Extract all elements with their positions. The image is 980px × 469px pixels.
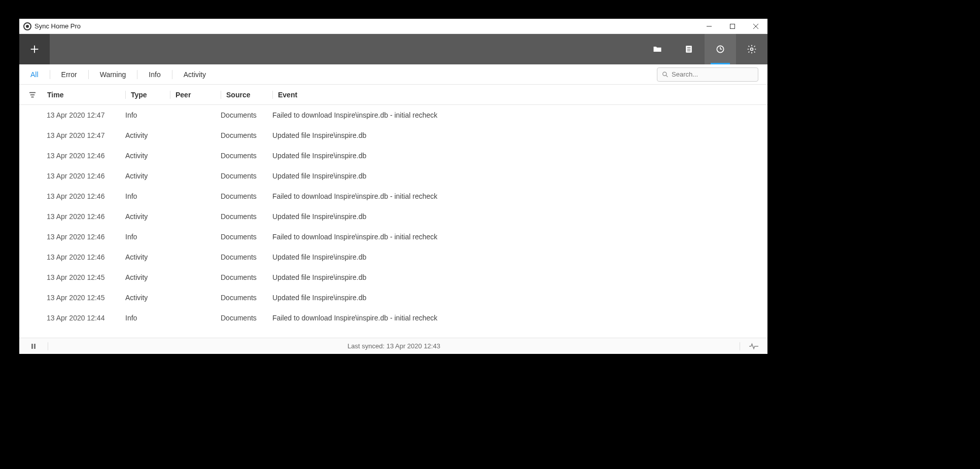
- app-icon: [23, 22, 31, 30]
- cell-source: Documents: [221, 192, 272, 200]
- cell-source: Documents: [221, 314, 272, 322]
- cell-event: Updated file Inspire\inspire.db: [272, 152, 767, 160]
- devices-button[interactable]: [673, 34, 705, 64]
- cell-event: Updated file Inspire\inspire.db: [272, 131, 767, 139]
- cell-time: 13 Apr 2020 12:44: [47, 314, 125, 322]
- cell-time: 13 Apr 2020 12:46: [47, 172, 125, 180]
- cell-time: 13 Apr 2020 12:46: [47, 233, 125, 241]
- clock-icon: [715, 44, 725, 54]
- column-header-time[interactable]: Time: [47, 91, 125, 99]
- status-divider: [740, 342, 740, 350]
- table-row[interactable]: 13 Apr 2020 12:46ActivityDocumentsUpdate…: [19, 146, 767, 166]
- column-header-peer[interactable]: Peer: [170, 91, 221, 99]
- window-controls: [697, 19, 767, 34]
- table-row[interactable]: 13 Apr 2020 12:46ActivityDocumentsUpdate…: [19, 166, 767, 186]
- list-icon: [684, 44, 694, 54]
- cell-type: Activity: [125, 253, 170, 261]
- cell-event: Updated file Inspire\inspire.db: [272, 273, 767, 281]
- search-wrap: [657, 67, 758, 82]
- close-icon: [753, 23, 759, 29]
- cell-source: Documents: [221, 294, 272, 302]
- toolbar: [19, 34, 767, 64]
- filter-tab-warning[interactable]: Warning: [98, 64, 128, 85]
- table-row[interactable]: 13 Apr 2020 12:46ActivityDocumentsUpdate…: [19, 247, 767, 267]
- status-bar: Last synced: 13 Apr 2020 12:43: [19, 338, 767, 354]
- cell-type: Info: [125, 314, 170, 322]
- cell-type: Activity: [125, 273, 170, 281]
- table-row[interactable]: 13 Apr 2020 12:47InfoDocumentsFailed to …: [19, 105, 767, 125]
- settings-button[interactable]: [736, 34, 767, 64]
- filter-tab-info[interactable]: Info: [147, 64, 162, 85]
- activity-indicator: [749, 342, 758, 351]
- add-button[interactable]: [19, 34, 50, 64]
- close-button[interactable]: [744, 19, 767, 34]
- folder-icon: [652, 44, 662, 54]
- filter-tab-all[interactable]: All: [28, 64, 41, 85]
- minimize-button[interactable]: [697, 19, 721, 34]
- filter-tab-error[interactable]: Error: [59, 64, 79, 85]
- cell-source: Documents: [221, 131, 272, 139]
- svg-rect-1: [730, 24, 735, 28]
- svg-point-13: [751, 48, 753, 51]
- filter-column-button[interactable]: [28, 91, 47, 98]
- cell-type: Info: [125, 192, 170, 200]
- table-row[interactable]: 13 Apr 2020 12:45ActivityDocumentsUpdate…: [19, 287, 767, 308]
- cell-source: Documents: [221, 233, 272, 241]
- filter-row: All Error Warning Info Activity: [19, 64, 767, 85]
- table-row[interactable]: 13 Apr 2020 12:46InfoDocumentsFailed to …: [19, 227, 767, 247]
- cell-type: Info: [125, 111, 170, 119]
- cell-type: Info: [125, 233, 170, 241]
- table-header: Time Type Peer Source Event: [19, 85, 767, 105]
- cell-time: 13 Apr 2020 12:47: [47, 131, 125, 139]
- maximize-icon: [729, 23, 736, 29]
- status-divider: [48, 342, 48, 350]
- column-header-source[interactable]: Source: [221, 91, 272, 99]
- table-row[interactable]: 13 Apr 2020 12:46ActivityDocumentsUpdate…: [19, 206, 767, 227]
- table-row[interactable]: 13 Apr 2020 12:46InfoDocumentsFailed to …: [19, 186, 767, 206]
- window-title: Sync Home Pro: [34, 22, 81, 30]
- cell-source: Documents: [221, 212, 272, 221]
- column-header-type[interactable]: Type: [125, 91, 170, 99]
- svg-point-14: [663, 72, 667, 76]
- history-button[interactable]: [705, 34, 736, 64]
- cell-event: Updated file Inspire\inspire.db: [272, 253, 767, 261]
- cell-type: Activity: [125, 212, 170, 221]
- cell-event: Updated file Inspire\inspire.db: [272, 294, 767, 302]
- pause-button[interactable]: [28, 343, 39, 349]
- cell-source: Documents: [221, 172, 272, 180]
- cell-time: 13 Apr 2020 12:46: [47, 212, 125, 221]
- cell-time: 13 Apr 2020 12:46: [47, 253, 125, 261]
- folders-button[interactable]: [642, 34, 673, 64]
- table-row[interactable]: 13 Apr 2020 12:44InfoDocumentsFailed to …: [19, 308, 767, 328]
- cell-time: 13 Apr 2020 12:45: [47, 294, 125, 302]
- filter-divider: [50, 70, 50, 79]
- filter-tab-activity[interactable]: Activity: [182, 64, 208, 85]
- cell-event: Failed to download Inspire\inspire.db - …: [272, 111, 767, 119]
- filter-icon: [29, 91, 36, 98]
- table-row[interactable]: 13 Apr 2020 12:47ActivityDocumentsUpdate…: [19, 125, 767, 146]
- toolbar-spacer: [50, 34, 642, 64]
- cell-event: Failed to download Inspire\inspire.db - …: [272, 192, 767, 200]
- app-window: Sync Home Pro: [19, 19, 767, 354]
- pause-icon: [30, 343, 37, 349]
- svg-rect-17: [34, 344, 36, 349]
- cell-event: Failed to download Inspire\inspire.db - …: [272, 314, 767, 322]
- cell-time: 13 Apr 2020 12:46: [47, 152, 125, 160]
- column-header-event[interactable]: Event: [272, 91, 767, 99]
- filter-divider: [172, 70, 172, 79]
- table-row[interactable]: 13 Apr 2020 12:45ActivityDocumentsUpdate…: [19, 267, 767, 287]
- cell-time: 13 Apr 2020 12:46: [47, 192, 125, 200]
- maximize-button[interactable]: [721, 19, 744, 34]
- cell-event: Updated file Inspire\inspire.db: [272, 172, 767, 180]
- table-body[interactable]: 13 Apr 2020 12:47InfoDocumentsFailed to …: [19, 105, 767, 338]
- search-input[interactable]: [657, 67, 758, 82]
- cell-type: Activity: [125, 172, 170, 180]
- cell-type: Activity: [125, 294, 170, 302]
- filter-divider: [88, 70, 89, 79]
- svg-rect-16: [31, 344, 33, 349]
- cell-source: Documents: [221, 111, 272, 119]
- status-text: Last synced: 13 Apr 2020 12:43: [57, 342, 730, 350]
- activity-icon: [749, 342, 758, 351]
- cell-type: Activity: [125, 131, 170, 139]
- cell-time: 13 Apr 2020 12:47: [47, 111, 125, 119]
